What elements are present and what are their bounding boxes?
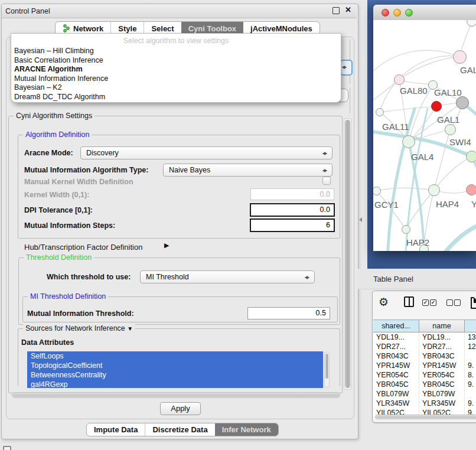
close-traffic-light-icon[interactable] bbox=[382, 9, 389, 17]
tab-label: Style bbox=[118, 24, 136, 33]
sources-title-text: Sources for Network Inference bbox=[25, 324, 125, 332]
cyni-bottom-tabbar: Impute DataDiscretize DataInfer Network bbox=[86, 423, 279, 436]
table-row[interactable]: YLR345WYLR345W9. bbox=[373, 399, 476, 408]
which-threshold-label: Which threshold to use: bbox=[47, 273, 131, 281]
node-label: GAL4 bbox=[411, 152, 433, 162]
algorithm-option[interactable]: ARACNE Algorithm bbox=[11, 65, 341, 74]
mi-steps-field[interactable]: 6 bbox=[250, 219, 335, 232]
minimize-traffic-light-icon[interactable] bbox=[393, 9, 401, 17]
hub-definition-toggle[interactable]: Hub/Transcription Factor Definition bbox=[24, 243, 142, 252]
algorithm-option[interactable]: Bayesian – K2 bbox=[11, 83, 341, 93]
table-row[interactable]: YDL19...YDL19...13 bbox=[373, 332, 476, 342]
aracne-mode-combo[interactable]: Discovery bbox=[80, 146, 332, 159]
splitter-collapse-icon[interactable] bbox=[359, 217, 362, 222]
attribute-list-item[interactable]: gal4RGexp bbox=[27, 380, 323, 388]
dpi-tolerance-field[interactable]: 0.0 bbox=[250, 203, 335, 217]
algorithm-option[interactable]: Dream8 DC_TDC Algorithm bbox=[11, 93, 341, 102]
tab-label: jActiveMNodules bbox=[250, 24, 312, 33]
network-node[interactable] bbox=[402, 225, 410, 234]
deselect-checkbox-icon[interactable] bbox=[454, 299, 461, 306]
algorithm-option[interactable]: Basic Correlation Inference bbox=[11, 56, 341, 66]
attribute-list-item[interactable]: SelfLoops bbox=[27, 351, 323, 361]
network-node[interactable] bbox=[466, 151, 476, 162]
close-icon[interactable]: ✕ bbox=[345, 5, 351, 14]
table-row[interactable]: YBL079WYBL079W bbox=[373, 389, 476, 399]
apply-button[interactable]: Apply bbox=[160, 402, 201, 415]
network-node[interactable] bbox=[373, 187, 381, 195]
app-root: { "control_panel": { "title": "Control P… bbox=[0, 0, 476, 450]
algorithm-option[interactable]: Mutual Information Inference bbox=[11, 74, 341, 84]
table-cell: 8. bbox=[465, 370, 476, 380]
node-label: HAP4 bbox=[436, 199, 459, 209]
threshold-definition-title: Threshold Definition bbox=[24, 253, 94, 262]
mi-type-label: Mutual Information Algorithm Type: bbox=[24, 166, 148, 174]
table-horizontal-scrollbar[interactable] bbox=[375, 415, 476, 419]
manual-kernel-checkbox[interactable] bbox=[322, 177, 331, 185]
tab-label: Network bbox=[73, 24, 103, 33]
attribute-list-scrollbar[interactable] bbox=[324, 352, 330, 387]
table-cell: YBR043C bbox=[419, 351, 465, 361]
table-cell: YBR045C bbox=[419, 380, 465, 389]
select-all-checkbox-icon[interactable]: ✓ bbox=[422, 299, 429, 306]
inference-algorithm-combo-stub[interactable] bbox=[340, 60, 353, 76]
network-node[interactable] bbox=[456, 96, 469, 109]
table-row[interactable]: YPR145WYPR145W9. bbox=[373, 361, 476, 370]
network-node[interactable] bbox=[453, 50, 467, 64]
table-row[interactable]: YER054CYER054C8. bbox=[373, 370, 476, 380]
mi-threshold-field[interactable]: 0.5 bbox=[247, 307, 330, 319]
deselect-checkbox-icon[interactable] bbox=[446, 299, 453, 306]
node-label: GAL10 bbox=[434, 87, 462, 97]
network-node[interactable] bbox=[394, 74, 405, 85]
table-cell: YBL079W bbox=[373, 389, 419, 399]
data-attributes-list: SelfLoopsTopologicalCoefficientBetweenne… bbox=[27, 351, 323, 388]
table-cell: 9. bbox=[465, 399, 476, 408]
settings-horizontal-scrollbar[interactable] bbox=[12, 392, 340, 398]
attribute-list-item[interactable]: BetweennessCentrality bbox=[27, 370, 323, 380]
network-node[interactable] bbox=[402, 135, 415, 148]
new-table-icon[interactable] bbox=[471, 297, 476, 309]
which-threshold-combo[interactable]: MI Threshold bbox=[140, 270, 315, 283]
attribute-list-item[interactable]: TopologicalCoefficient bbox=[27, 361, 323, 370]
gear-icon[interactable]: ⚙ bbox=[379, 296, 389, 308]
select-all-checkbox-icon[interactable]: ✓ bbox=[430, 299, 436, 306]
network-node[interactable] bbox=[431, 101, 442, 112]
table-cell bbox=[465, 389, 476, 399]
table-row[interactable]: YBR045CYBR045C9. bbox=[373, 380, 476, 389]
zoom-traffic-light-icon[interactable] bbox=[405, 9, 413, 17]
tab-infer-network[interactable]: Infer Network bbox=[215, 423, 278, 436]
table-row[interactable]: YDR27...YDR27...12 bbox=[373, 342, 476, 351]
column-header[interactable]: A bbox=[465, 319, 476, 332]
table-body: YDL19...YDL19...13YDR27...YDR27...12YBR0… bbox=[373, 332, 476, 418]
network-node[interactable] bbox=[376, 108, 384, 116]
network-node[interactable] bbox=[466, 184, 476, 195]
tab-discretize-data[interactable]: Discretize Data bbox=[145, 423, 214, 436]
combo-arrows-icon bbox=[342, 63, 347, 72]
dock-panel-icon[interactable] bbox=[3, 446, 11, 450]
table-cell: YER054C bbox=[373, 370, 419, 380]
network-node[interactable] bbox=[428, 184, 440, 196]
column-header[interactable]: name bbox=[419, 319, 465, 332]
mi-type-combo[interactable]: Naive Bayes bbox=[163, 164, 332, 177]
mi-threshold-group-title: MI Threshold Definition bbox=[28, 292, 108, 301]
float-window-icon[interactable] bbox=[332, 7, 340, 14]
table-panel-card: ⚙ ✓ ✓ shared...nameA YDL19...YDL19...13Y… bbox=[372, 291, 476, 423]
columns-icon[interactable] bbox=[404, 296, 414, 307]
node-label: GAL11 bbox=[382, 122, 409, 132]
expand-arrow-icon[interactable]: ▶ bbox=[164, 242, 169, 249]
table-row[interactable]: YBR043CYBR043C bbox=[373, 351, 476, 361]
group-border-sliver bbox=[350, 87, 350, 113]
table-cell: 13 bbox=[465, 332, 476, 342]
sources-group-title[interactable]: Sources for Network Inference ▼ bbox=[23, 324, 135, 332]
table-cell: YDR27... bbox=[419, 342, 465, 351]
node-label: GAL bbox=[460, 65, 476, 75]
settings-vertical-scrollbar[interactable] bbox=[344, 118, 351, 390]
table-cell: YBL079W bbox=[419, 389, 465, 399]
kernel-width-field[interactable]: 0.0 bbox=[250, 188, 334, 200]
algorithm-option[interactable]: Bayesian – Hill Climbing bbox=[11, 47, 341, 56]
mi-type-value: Naive Bayes bbox=[169, 166, 210, 174]
network-node[interactable] bbox=[445, 124, 456, 135]
tab-impute-data[interactable]: Impute Data bbox=[87, 423, 145, 436]
control-panel-title: Control Panel bbox=[5, 7, 50, 15]
column-header[interactable]: shared... bbox=[373, 319, 419, 332]
network-canvas[interactable]: GAL80GAL10GAL11GAL1SWI4GAL4GCY1HAP4YHAP2… bbox=[373, 20, 476, 251]
